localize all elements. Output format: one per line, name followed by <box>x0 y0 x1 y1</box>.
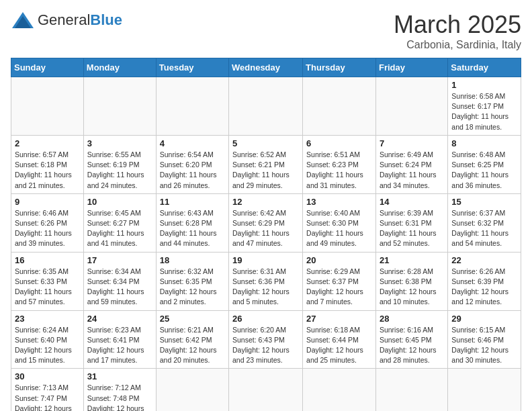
day-number: 28 <box>380 314 444 324</box>
day-number: 31 <box>87 371 152 381</box>
calendar-cell: 7Sunrise: 6:49 AM Sunset: 6:24 PM Daylig… <box>375 135 447 193</box>
calendar-cell <box>375 369 447 411</box>
day-info: Sunrise: 6:32 AM Sunset: 6:35 PM Dayligh… <box>160 267 225 308</box>
day-number: 29 <box>451 314 517 324</box>
calendar-cell: 26Sunrise: 6:20 AM Sunset: 6:43 PM Dayli… <box>229 310 303 369</box>
day-number: 7 <box>380 138 444 148</box>
calendar-cell <box>448 369 521 411</box>
calendar-week-row: 9Sunrise: 6:46 AM Sunset: 6:26 PM Daylig… <box>11 193 521 252</box>
day-number: 12 <box>232 197 299 207</box>
day-number: 23 <box>15 314 80 324</box>
logo: GeneralBlue <box>11 11 122 30</box>
calendar-cell: 29Sunrise: 6:15 AM Sunset: 6:46 PM Dayli… <box>448 310 521 369</box>
day-info: Sunrise: 6:54 AM Sunset: 6:20 PM Dayligh… <box>160 150 225 191</box>
calendar-cell: 2Sunrise: 6:57 AM Sunset: 6:18 PM Daylig… <box>11 135 84 193</box>
day-number: 13 <box>306 197 372 207</box>
day-info: Sunrise: 6:39 AM Sunset: 6:31 PM Dayligh… <box>380 208 444 249</box>
day-info: Sunrise: 6:57 AM Sunset: 6:18 PM Dayligh… <box>15 150 80 191</box>
location-subtitle: Carbonia, Sardinia, Italy <box>394 39 521 51</box>
calendar-cell <box>229 77 303 136</box>
day-number: 8 <box>451 138 517 148</box>
day-info: Sunrise: 6:46 AM Sunset: 6:26 PM Dayligh… <box>15 208 80 249</box>
logo-text: GeneralBlue <box>38 13 122 28</box>
day-number: 5 <box>232 138 299 148</box>
day-info: Sunrise: 6:37 AM Sunset: 6:32 PM Dayligh… <box>451 208 517 249</box>
calendar-header-row: SundayMondayTuesdayWednesdayThursdayFrid… <box>11 58 521 77</box>
day-number: 11 <box>160 197 225 207</box>
day-number: 4 <box>160 138 225 148</box>
calendar-week-row: 30Sunrise: 7:13 AM Sunset: 7:47 PM Dayli… <box>11 369 521 411</box>
calendar-cell: 4Sunrise: 6:54 AM Sunset: 6:20 PM Daylig… <box>156 135 228 193</box>
calendar-cell <box>11 77 84 136</box>
calendar-cell: 20Sunrise: 6:29 AM Sunset: 6:37 PM Dayli… <box>303 252 376 310</box>
day-info: Sunrise: 6:34 AM Sunset: 6:34 PM Dayligh… <box>87 267 152 308</box>
calendar-cell: 25Sunrise: 6:21 AM Sunset: 6:42 PM Dayli… <box>156 310 228 369</box>
day-number: 22 <box>451 255 517 265</box>
day-number: 14 <box>380 197 444 207</box>
day-info: Sunrise: 6:16 AM Sunset: 6:45 PM Dayligh… <box>380 325 444 366</box>
day-number: 30 <box>15 371 80 381</box>
day-info: Sunrise: 6:29 AM Sunset: 6:37 PM Dayligh… <box>306 267 372 308</box>
day-number: 24 <box>87 314 152 324</box>
calendar-cell: 16Sunrise: 6:35 AM Sunset: 6:33 PM Dayli… <box>11 252 84 310</box>
calendar-cell <box>83 77 156 136</box>
day-info: Sunrise: 6:24 AM Sunset: 6:40 PM Dayligh… <box>15 325 80 366</box>
calendar-cell: 30Sunrise: 7:13 AM Sunset: 7:47 PM Dayli… <box>11 369 84 411</box>
calendar-cell: 11Sunrise: 6:43 AM Sunset: 6:28 PM Dayli… <box>156 193 228 252</box>
day-number: 15 <box>451 197 517 207</box>
calendar-cell: 8Sunrise: 6:48 AM Sunset: 6:25 PM Daylig… <box>448 135 521 193</box>
title-block: March 2025 Carbonia, Sardinia, Italy <box>394 11 521 51</box>
day-info: Sunrise: 7:12 AM Sunset: 7:48 PM Dayligh… <box>87 383 152 411</box>
day-info: Sunrise: 6:42 AM Sunset: 6:29 PM Dayligh… <box>232 208 299 249</box>
day-number: 20 <box>306 255 372 265</box>
day-number: 1 <box>451 80 517 90</box>
calendar-cell: 13Sunrise: 6:40 AM Sunset: 6:30 PM Dayli… <box>303 193 376 252</box>
day-info: Sunrise: 6:23 AM Sunset: 6:41 PM Dayligh… <box>87 325 152 366</box>
day-number: 19 <box>232 255 299 265</box>
day-info: Sunrise: 6:52 AM Sunset: 6:21 PM Dayligh… <box>232 150 299 191</box>
calendar-cell: 18Sunrise: 6:32 AM Sunset: 6:35 PM Dayli… <box>156 252 228 310</box>
header-monday: Monday <box>83 58 156 77</box>
header-thursday: Thursday <box>303 58 376 77</box>
page-header: GeneralBlue March 2025 Carbonia, Sardini… <box>11 11 521 51</box>
calendar-cell: 5Sunrise: 6:52 AM Sunset: 6:21 PM Daylig… <box>229 135 303 193</box>
day-info: Sunrise: 6:21 AM Sunset: 6:42 PM Dayligh… <box>160 325 225 366</box>
day-number: 18 <box>160 255 225 265</box>
calendar-cell: 17Sunrise: 6:34 AM Sunset: 6:34 PM Dayli… <box>83 252 156 310</box>
day-info: Sunrise: 6:49 AM Sunset: 6:24 PM Dayligh… <box>380 150 444 191</box>
logo-text-blue: Blue <box>90 11 122 28</box>
header-tuesday: Tuesday <box>156 58 228 77</box>
calendar-cell: 21Sunrise: 6:28 AM Sunset: 6:38 PM Dayli… <box>375 252 447 310</box>
day-number: 16 <box>15 255 80 265</box>
calendar-cell <box>375 77 447 136</box>
month-title: March 2025 <box>394 11 521 39</box>
day-number: 2 <box>15 138 80 148</box>
calendar-cell: 22Sunrise: 6:26 AM Sunset: 6:39 PM Dayli… <box>448 252 521 310</box>
day-info: Sunrise: 6:35 AM Sunset: 6:33 PM Dayligh… <box>15 267 80 308</box>
calendar-week-row: 23Sunrise: 6:24 AM Sunset: 6:40 PM Dayli… <box>11 310 521 369</box>
calendar-cell <box>229 369 303 411</box>
day-number: 17 <box>87 255 152 265</box>
logo-text-normal: General <box>38 11 90 28</box>
day-info: Sunrise: 6:55 AM Sunset: 6:19 PM Dayligh… <box>87 150 152 191</box>
day-info: Sunrise: 6:40 AM Sunset: 6:30 PM Dayligh… <box>306 208 372 249</box>
header-wednesday: Wednesday <box>229 58 303 77</box>
logo-icon <box>11 11 35 30</box>
calendar-week-row: 16Sunrise: 6:35 AM Sunset: 6:33 PM Dayli… <box>11 252 521 310</box>
calendar-cell: 28Sunrise: 6:16 AM Sunset: 6:45 PM Dayli… <box>375 310 447 369</box>
calendar-cell: 19Sunrise: 6:31 AM Sunset: 6:36 PM Dayli… <box>229 252 303 310</box>
day-number: 6 <box>306 138 372 148</box>
day-info: Sunrise: 6:31 AM Sunset: 6:36 PM Dayligh… <box>232 267 299 308</box>
day-number: 27 <box>306 314 372 324</box>
calendar-cell: 9Sunrise: 6:46 AM Sunset: 6:26 PM Daylig… <box>11 193 84 252</box>
calendar-cell: 31Sunrise: 7:12 AM Sunset: 7:48 PM Dayli… <box>83 369 156 411</box>
day-info: Sunrise: 6:51 AM Sunset: 6:23 PM Dayligh… <box>306 150 372 191</box>
day-number: 10 <box>87 197 152 207</box>
calendar-cell: 27Sunrise: 6:18 AM Sunset: 6:44 PM Dayli… <box>303 310 376 369</box>
day-info: Sunrise: 6:28 AM Sunset: 6:38 PM Dayligh… <box>380 267 444 308</box>
day-info: Sunrise: 7:13 AM Sunset: 7:47 PM Dayligh… <box>15 383 80 411</box>
day-number: 26 <box>232 314 299 324</box>
header-sunday: Sunday <box>11 58 84 77</box>
day-info: Sunrise: 6:45 AM Sunset: 6:27 PM Dayligh… <box>87 208 152 249</box>
calendar-cell <box>156 369 228 411</box>
